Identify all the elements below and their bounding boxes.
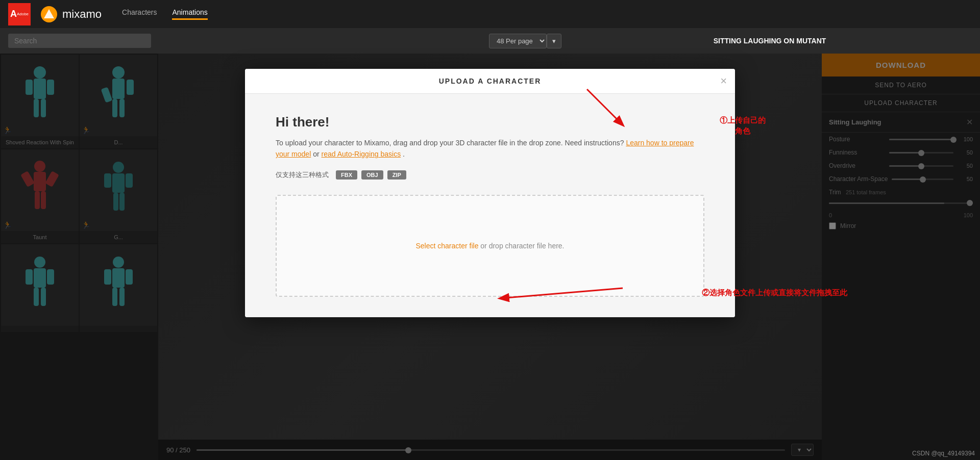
main-content: 🏃 Shoved Reaction With Spin 🏃 D...: [0, 54, 980, 460]
search-input[interactable]: [8, 34, 151, 48]
format-label: 仅支持这三种格式: [276, 170, 329, 180]
mixamo-logo-icon: [41, 6, 57, 22]
modal-description: To upload your character to Mixamo, drag…: [276, 137, 704, 160]
modal-backdrop[interactable]: UPLOAD A CHARACTER × Hi there! To upload…: [0, 54, 980, 460]
svg-marker-0: [44, 9, 54, 18]
drop-zone[interactable]: Select character file or drop character …: [276, 195, 704, 297]
nav-animations[interactable]: Animations: [172, 8, 207, 20]
modal-greeting: Hi there!: [276, 114, 704, 130]
format-badges: 仅支持这三种格式 FBX OBJ ZIP: [276, 170, 704, 180]
sort-button[interactable]: ▾: [547, 34, 561, 48]
drop-zone-content: Select character file or drop character …: [415, 242, 564, 250]
mixamo-logo-text: mixamo: [62, 8, 102, 21]
top-nav: AAdobe mixamo Characters Animations: [0, 0, 980, 28]
per-page-select[interactable]: 48 Per page: [489, 34, 547, 48]
badge-fbx: FBX: [336, 170, 357, 180]
toolbar-center: 48 Per page ▾: [157, 34, 561, 48]
select-file-link[interactable]: Select character file: [415, 242, 478, 250]
modal-close-button[interactable]: ×: [720, 74, 727, 88]
animation-title: SITTING LAUGHING ON MUTANT: [568, 37, 972, 45]
modal-title: UPLOAD A CHARACTER: [439, 77, 542, 85]
drop-zone-text: or drop character file here.: [480, 242, 564, 250]
watermark: CSDN @qq_49149394: [912, 450, 975, 457]
logo-area: mixamo: [41, 6, 102, 22]
modal-body: Hi there! To upload your character to Mi…: [245, 94, 735, 317]
upload-modal: UPLOAD A CHARACTER × Hi there! To upload…: [245, 69, 735, 317]
badge-zip: ZIP: [387, 170, 406, 180]
modal-header: UPLOAD A CHARACTER ×: [245, 69, 735, 94]
toolbar: 48 Per page ▾ SITTING LAUGHING ON MUTANT: [0, 28, 980, 54]
auto-rigging-link[interactable]: read Auto-Rigging basics: [322, 150, 401, 158]
adobe-icon: AAdobe: [8, 3, 31, 25]
nav-characters[interactable]: Characters: [122, 8, 157, 20]
nav-links: Characters Animations: [122, 8, 208, 20]
format-section: 仅支持这三种格式 FBX OBJ ZIP: [276, 170, 704, 180]
badge-obj: OBJ: [361, 170, 383, 180]
